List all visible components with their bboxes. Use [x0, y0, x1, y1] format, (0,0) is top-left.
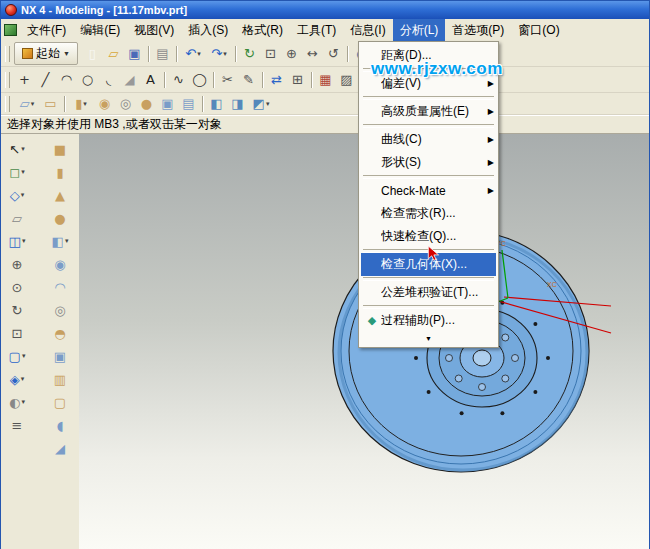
- object-display-icon[interactable]: ▦▾: [315, 70, 336, 90]
- menu-analysis[interactable]: 分析(L): [393, 19, 446, 42]
- blend-icon[interactable]: ◖▾: [47, 414, 73, 436]
- point-icon[interactable]: +▾: [14, 70, 35, 90]
- selection-filter-icon[interactable]: ◻▾: [4, 161, 30, 183]
- toolbar-grip[interactable]: [5, 96, 10, 112]
- menu-item-quick-check[interactable]: 快速检查(Q)... ▶: [361, 225, 496, 248]
- toolbar-grip[interactable]: [5, 72, 10, 88]
- menu-edit[interactable]: 编辑(E): [73, 19, 127, 42]
- start-button[interactable]: 起始 ▼: [14, 42, 78, 65]
- ellipse-icon[interactable]: ◯▾: [189, 70, 210, 90]
- dropdown-arrow-icon: ▾: [21, 398, 25, 406]
- menu-item-check-mate[interactable]: Check-Mate ▶: [361, 179, 496, 202]
- menu-item-curve[interactable]: 曲线(C) ▶: [361, 128, 496, 151]
- arc-icon[interactable]: ◠▾: [56, 70, 77, 90]
- hole-feature-icon[interactable]: ◎▾: [47, 299, 73, 321]
- intersect-icon[interactable]: ◩▾: [248, 94, 274, 114]
- document-window-icon[interactable]: [4, 24, 17, 36]
- menubar: 文件(F) 编辑(E) 视图(V) 插入(S) 格式(R) 工具(T) 信息(I…: [1, 19, 649, 41]
- start-icon: [22, 48, 33, 59]
- standard-toolbar: 起始 ▼ ▯▾ ▱▾ ▣▾ ▾ ▤▾ ▾ ↶▾ ↷▾ ▾: [1, 41, 649, 67]
- menu-window[interactable]: 窗口(O): [511, 19, 566, 42]
- datum-icon[interactable]: ▱▾: [4, 207, 30, 229]
- cone-icon[interactable]: ▲▾: [47, 184, 73, 206]
- menu-item-check-requirement[interactable]: 检查需求(R)... ▶: [361, 202, 496, 225]
- toolbar-grip[interactable]: [5, 46, 10, 62]
- zoom-icon[interactable]: ⊙▾: [4, 276, 30, 298]
- cylinder-icon[interactable]: ▮▾: [47, 161, 73, 183]
- toolbar-icon: ▾: [161, 70, 168, 90]
- subtract-icon[interactable]: ◨▾: [227, 94, 248, 114]
- circle-icon[interactable]: ○▾: [77, 70, 98, 90]
- text-icon[interactable]: A▾: [140, 70, 161, 90]
- open-icon[interactable]: ▱▾: [103, 44, 124, 64]
- fit-view-icon[interactable]: ⊡▾: [260, 44, 281, 64]
- dropdown-arrow-icon: ▾: [21, 145, 25, 153]
- layer-icon[interactable]: ≡▾: [4, 414, 30, 436]
- transform-icon[interactable]: ⇄▾: [266, 70, 287, 90]
- menu-format[interactable]: 格式(R): [235, 19, 290, 42]
- snap-point-icon[interactable]: ◇▾: [4, 184, 30, 206]
- show-hide-icon[interactable]: ▨▾: [336, 70, 357, 90]
- new-file-icon[interactable]: ▯▾: [82, 44, 103, 64]
- pocket-feature-icon[interactable]: ▣▾: [47, 345, 73, 367]
- boss-feature-icon[interactable]: ◓▾: [47, 322, 73, 344]
- menu-more-items[interactable]: ▼ ▶: [361, 332, 496, 345]
- pattern-icon[interactable]: ⊞▾: [287, 70, 308, 90]
- front-view-icon[interactable]: ▢▾: [4, 345, 30, 367]
- menu-item-process-assistant[interactable]: 过程辅助(P)... ▶: [361, 309, 496, 332]
- rotate-icon[interactable]: ↻▾: [4, 299, 30, 321]
- line-icon[interactable]: ╱▾: [35, 70, 56, 90]
- block-icon[interactable]: ■▾: [47, 138, 73, 160]
- undo-icon[interactable]: ↶▾: [180, 44, 206, 64]
- pocket-icon[interactable]: ▣▾: [157, 94, 178, 114]
- menu-file[interactable]: 文件(F): [20, 19, 73, 42]
- toolbar-icon: ▾: [210, 70, 217, 90]
- dropdown-arrow-icon: ▾: [21, 191, 25, 199]
- refresh-view-icon[interactable]: ↻▾: [239, 44, 260, 64]
- rib-icon[interactable]: ▥▾: [47, 368, 73, 390]
- menu-preferences[interactable]: 首选项(P): [445, 19, 511, 42]
- chamfer-icon[interactable]: ◢▾: [119, 70, 140, 90]
- fillet-icon[interactable]: ◟▾: [98, 70, 119, 90]
- titlebar: NX 4 - Modeling - [11.17mbv.prt]: [1, 1, 649, 19]
- menu-item-shape[interactable]: 形状(S) ▶: [361, 151, 496, 174]
- menu-item-advanced-mass-properties[interactable]: 高级质量属性(E) ▶: [361, 100, 496, 123]
- extrude-feature-icon[interactable]: ◧▾: [47, 230, 73, 252]
- boss-icon[interactable]: ●▾: [136, 94, 157, 114]
- menu-item-tolerance-stackup[interactable]: 公差堆积验证(T)... ▶: [361, 281, 496, 304]
- revolve-feature-icon[interactable]: ◉▾: [47, 253, 73, 275]
- menu-insert[interactable]: 插入(S): [181, 19, 235, 42]
- zoom-view-icon[interactable]: ⊕▾: [281, 44, 302, 64]
- pan-icon[interactable]: ⊕▾: [4, 253, 30, 275]
- select-arrow-icon[interactable]: ↖▾: [4, 138, 30, 160]
- shell-icon[interactable]: ▢▾: [47, 391, 73, 413]
- rotate-view-icon[interactable]: ↺▾: [323, 44, 344, 64]
- pad-icon[interactable]: ▤▾: [178, 94, 199, 114]
- menu-information[interactable]: 信息(I): [343, 19, 392, 42]
- datum-plane-icon[interactable]: ▱▾: [14, 94, 40, 114]
- trim-icon[interactable]: ✂▾: [217, 70, 238, 90]
- unite-icon[interactable]: ◧▾: [206, 94, 227, 114]
- menu-tools[interactable]: 工具(T): [290, 19, 343, 42]
- revolve-icon[interactable]: ◉▾: [94, 94, 115, 114]
- save-icon[interactable]: ▣▾: [124, 44, 145, 64]
- edit-curve-icon[interactable]: ✎▾: [238, 70, 259, 90]
- trimetric-view-icon[interactable]: ◈▾: [4, 368, 30, 390]
- menu-view[interactable]: 视图(V): [127, 19, 181, 42]
- hole-icon[interactable]: ◎▾: [115, 94, 136, 114]
- analysis-menu-item: ▶: [361, 174, 496, 179]
- dropdown-arrow-icon: ▾: [83, 100, 87, 108]
- sketch-icon[interactable]: ▭▾: [40, 94, 61, 114]
- redo-icon[interactable]: ↷▾: [206, 44, 232, 64]
- spline-icon[interactable]: ∿▾: [168, 70, 189, 90]
- sweep-icon[interactable]: ◠▾: [47, 276, 73, 298]
- app-icon[interactable]: [5, 4, 17, 16]
- pan-view-icon[interactable]: ↔▾: [302, 44, 323, 64]
- extrude-icon[interactable]: ▮▾: [68, 94, 94, 114]
- view-operations-icon[interactable]: ◫▾: [4, 230, 30, 252]
- render-style-icon[interactable]: ◐▾: [4, 391, 30, 413]
- print-icon[interactable]: ▤▾: [152, 44, 173, 64]
- sphere-icon[interactable]: ●▾: [47, 207, 73, 229]
- chamfer-feature-icon[interactable]: ◢▾: [47, 437, 73, 459]
- fit-icon[interactable]: ⊡▾: [4, 322, 30, 344]
